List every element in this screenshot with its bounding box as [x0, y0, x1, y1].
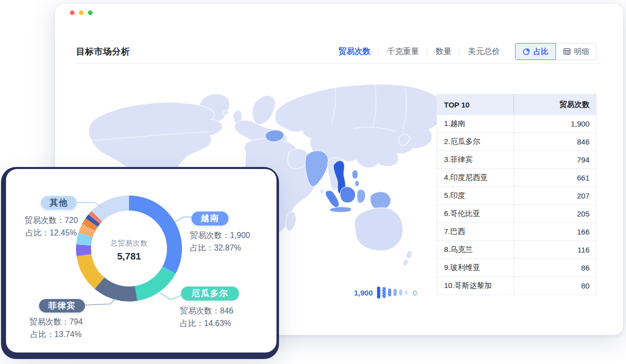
callout-stats-philippines: 贸易次数：794 占比：13.74%: [16, 316, 96, 340]
legend-gradient-bars: [377, 286, 409, 300]
map-india-highlight: [306, 150, 328, 186]
map-scandinavia: [252, 96, 276, 124]
country-cell: 6.哥伦比亚: [437, 205, 514, 223]
legend-bar-4: [394, 289, 397, 296]
legend-bar-1: [377, 286, 380, 298]
legend-min-value: 0: [413, 288, 417, 297]
tab-kg-weight[interactable]: 千克重量: [387, 46, 419, 57]
donut-center-label: 总贸易次数: [89, 239, 169, 248]
minimize-window-icon[interactable]: [79, 10, 84, 15]
country-cell: 7.巴西: [437, 223, 514, 241]
map-new-zealand: [403, 260, 408, 266]
map-borneo-highlight: [340, 187, 356, 203]
header-divider: [76, 63, 602, 64]
table-row[interactable]: 8.乌克兰116: [437, 241, 596, 259]
table-row[interactable]: 9.玻利维亚86: [437, 259, 596, 277]
philippines-trade-count: 贸易次数：794: [16, 316, 96, 328]
value-cell: 661: [514, 169, 596, 187]
others-trade-count: 贸易次数：720: [15, 214, 88, 226]
callout-pill-ecuador[interactable]: 厄瓜多尔: [181, 286, 239, 300]
map-philippines-highlight: [355, 180, 359, 186]
top10-table: TOP 10 贸易次数 1.越南1,9002.厄瓜多尔8463.菲律宾7944.…: [436, 94, 596, 295]
map-madagascar: [286, 212, 296, 231]
callout-pill-philippines[interactable]: 菲律宾: [39, 299, 85, 312]
callout-pill-vietnam[interactable]: 越南: [192, 212, 228, 226]
country-cell: 4.印度尼西亚: [437, 169, 514, 187]
vietnam-percentage: 占比：32.87%: [190, 242, 250, 254]
detail-view-label: 明细: [574, 47, 589, 56]
callout-stats-vietnam: 贸易次数：1,900 占比：32.87%: [190, 229, 250, 254]
map-java-highlight: [330, 207, 352, 212]
legend-bar-3: [388, 288, 392, 296]
table-row[interactable]: 4.印度尼西亚661: [437, 169, 596, 187]
table-row[interactable]: 10.哥斯达黎加80: [437, 277, 596, 295]
table-row[interactable]: 7.巴西166: [437, 223, 596, 241]
country-cell: 8.乌克兰: [437, 241, 514, 259]
donut-center-value: 5,781: [89, 251, 169, 262]
country-cell: 9.玻利维亚: [437, 259, 514, 277]
table-row[interactable]: 1.越南1,900: [437, 115, 596, 133]
tab-quantity[interactable]: 数量: [436, 46, 452, 57]
metric-tabbar: 贸易次数 千克重量 数量 美元总价 占比 明细: [330, 43, 596, 60]
others-percentage: 占比：12.45%: [15, 226, 88, 239]
value-cell: 794: [514, 151, 596, 169]
country-cell: 1.越南: [437, 115, 514, 133]
callout-stats-ecuador: 贸易次数：846 占比：14.63%: [180, 304, 234, 330]
page-title: 目标市场分析: [76, 46, 130, 58]
map-sulawesi: [357, 190, 366, 203]
proportion-view-label: 占比: [534, 47, 548, 56]
value-cell: 207: [514, 187, 596, 205]
pie-chart-icon: [522, 48, 530, 56]
value-cell: 116: [514, 241, 596, 259]
callout-pill-others[interactable]: 其他: [41, 196, 76, 210]
country-cell: 3.菲律宾: [437, 151, 514, 169]
table-icon: [563, 48, 571, 56]
legend-bar-2: [382, 287, 386, 298]
country-cell: 2.厄瓜多尔: [437, 133, 514, 151]
map-sri-lanka: [320, 189, 324, 194]
zoom-window-icon[interactable]: [88, 10, 92, 15]
detail-view-button[interactable]: 明细: [556, 43, 596, 60]
view-toggle-group: 占比 明细: [515, 43, 596, 60]
tab-trade-count[interactable]: 贸易次数: [338, 46, 370, 57]
map-iceland: [223, 110, 229, 114]
table-row[interactable]: 2.厄瓜多尔846: [437, 133, 596, 151]
value-cell: 86: [514, 259, 596, 277]
map-sumatra-highlight: [326, 190, 339, 208]
value-cell: 205: [514, 205, 596, 223]
callout-stats-others: 贸易次数：720 占比：12.45%: [15, 214, 88, 239]
map-new-guinea: [370, 192, 390, 210]
map-philippines-highlight: [352, 170, 358, 179]
tab-separator: [460, 48, 460, 55]
value-cell: 846: [514, 133, 596, 151]
value-cell: 166: [514, 223, 596, 241]
table-row[interactable]: 5.印度207: [437, 187, 596, 205]
legend-bar-6: [404, 290, 408, 295]
table-header-top10: TOP 10: [437, 94, 514, 115]
philippines-percentage: 占比：13.74%: [16, 328, 96, 340]
proportion-view-button[interactable]: 占比: [515, 43, 556, 60]
close-window-icon[interactable]: [70, 10, 74, 15]
ecuador-percentage: 占比：14.63%: [180, 317, 234, 330]
table-row[interactable]: 6.哥伦比亚205: [437, 205, 596, 223]
map-australia: [354, 208, 403, 250]
window-controls: [70, 10, 92, 15]
tab-usd-total[interactable]: 美元总价: [468, 46, 500, 57]
value-cell: 80: [514, 277, 596, 295]
donut-center: 总贸易次数 5,781: [89, 239, 169, 262]
map-new-zealand: [406, 250, 412, 258]
country-cell: 5.印度: [437, 187, 514, 205]
map-color-legend: 1,900 0: [354, 286, 417, 300]
legend-max-value: 1,900: [354, 288, 373, 297]
country-cell: 10.哥斯达黎加: [437, 277, 514, 295]
vietnam-trade-count: 贸易次数：1,900: [190, 229, 250, 242]
value-cell: 1,900: [514, 115, 596, 133]
legend-bar-5: [399, 290, 402, 296]
donut-card: 总贸易次数 5,781 其他 贸易次数：720 占比：12.45% 越南 贸易次…: [6, 169, 276, 352]
table-header-row: TOP 10 贸易次数: [437, 94, 596, 115]
tab-separator: [378, 48, 379, 55]
table-header-trade-count: 贸易次数: [514, 94, 596, 115]
ecuador-trade-count: 贸易次数：846: [180, 304, 234, 317]
tab-separator: [427, 48, 428, 55]
table-row[interactable]: 3.菲律宾794: [437, 151, 596, 169]
